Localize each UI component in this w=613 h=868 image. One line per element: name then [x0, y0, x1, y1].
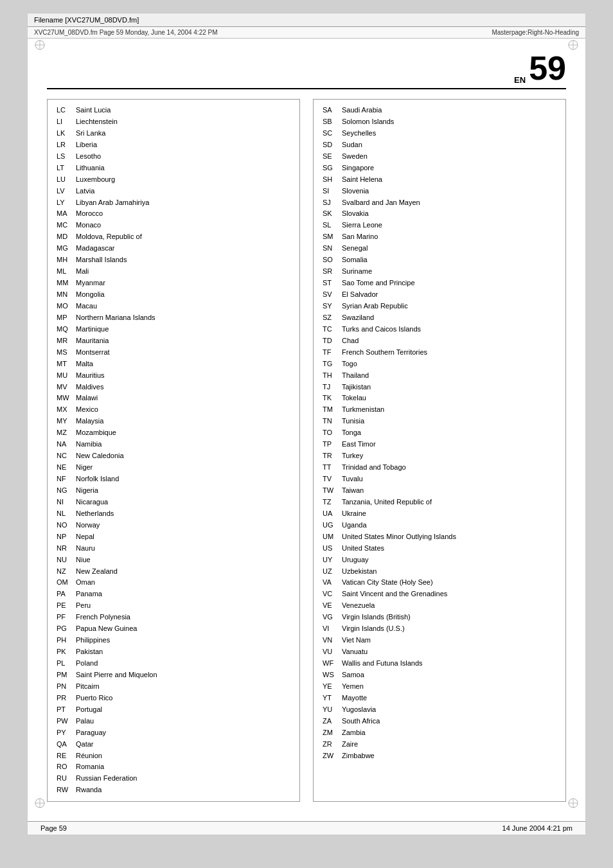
country-name: Nigeria: [73, 485, 293, 497]
country-code: SR: [320, 266, 339, 278]
country-code: SL: [320, 220, 339, 231]
country-name: Peru: [73, 600, 293, 612]
country-name: Saint Lucia: [73, 105, 293, 116]
country-name: Syrian Arab Republic: [339, 301, 559, 312]
country-name: Pakistan: [73, 646, 293, 658]
table-row: MXMexico: [54, 404, 293, 416]
country-name: Poland: [73, 658, 293, 669]
country-name: Mozambique: [73, 427, 293, 439]
country-code: TW: [320, 485, 339, 497]
country-name: Mauritania: [73, 335, 293, 347]
table-row: RWRwanda: [54, 784, 293, 796]
country-code: VU: [320, 646, 339, 658]
country-name: Malta: [73, 359, 293, 370]
table-row: VEVenezuela: [320, 600, 559, 612]
country-name: Latvia: [73, 186, 293, 197]
table-row: YTMayotte: [320, 693, 559, 704]
corner-mark-tl: [34, 39, 46, 51]
table-row: UMUnited States Minor Outlying Islands: [320, 531, 559, 543]
country-name: Uganda: [339, 520, 559, 531]
table-row: MVMaldives: [54, 382, 293, 393]
table-row: VIVirgin Islands (U.S.): [320, 623, 559, 635]
country-code: TV: [320, 474, 339, 485]
table-row: UZUzbekistan: [320, 566, 559, 578]
country-name: Yugoslavia: [339, 704, 559, 716]
country-name: Namibia: [73, 439, 293, 450]
country-name: New Caledonia: [73, 450, 293, 462]
country-name: Macau: [73, 301, 293, 312]
country-name: Montserrat: [73, 347, 293, 359]
country-code: TG: [320, 359, 339, 370]
country-code: LI: [54, 116, 73, 128]
table-row: TZTanzania, United Republic of: [320, 497, 559, 508]
country-name: Taiwan: [339, 485, 559, 497]
table-row: PEPeru: [54, 600, 293, 612]
table-row: PAPanama: [54, 589, 293, 600]
page-number-large: 59: [529, 51, 566, 85]
table-row: MUMauritius: [54, 370, 293, 382]
table-row: TKTokelau: [320, 393, 559, 404]
table-row: LVLatvia: [54, 186, 293, 197]
country-code: MS: [54, 347, 73, 359]
country-code: MC: [54, 220, 73, 231]
right-table-box: SASaudi ArabiaSBSolomon IslandsSCSeychel…: [313, 99, 566, 802]
page-header: EN 59: [47, 51, 566, 89]
country-name: Zambia: [339, 727, 559, 739]
country-code: UZ: [320, 566, 339, 578]
table-row: SDSudan: [320, 139, 559, 151]
country-name: Saint Helena: [339, 174, 559, 186]
top-bar: Filename [XVC27UM_08DVD.fm]: [28, 13, 585, 27]
table-row: NPNepal: [54, 531, 293, 543]
country-code: UY: [320, 554, 339, 566]
country-code: MV: [54, 382, 73, 393]
country-code: RU: [54, 773, 73, 784]
country-name: El Salvador: [339, 289, 559, 301]
country-name: Philippines: [73, 635, 293, 646]
country-code: UM: [320, 531, 339, 543]
table-row: VUVanuatu: [320, 646, 559, 658]
table-row: MZMozambique: [54, 427, 293, 439]
country-name: Niger: [73, 462, 293, 474]
table-row: PTPortugal: [54, 704, 293, 716]
table-row: TTTrinidad and Tobago: [320, 462, 559, 474]
table-row: MOMacau: [54, 301, 293, 312]
country-code: VC: [320, 589, 339, 600]
country-name: Turkmenistan: [339, 404, 559, 416]
table-row: YUYugoslavia: [320, 704, 559, 716]
country-name: Mongolia: [73, 289, 293, 301]
country-name: Myanmar: [73, 278, 293, 289]
country-code: PK: [54, 646, 73, 658]
table-row: NONorway: [54, 520, 293, 531]
table-row: SASaudi Arabia: [320, 105, 559, 116]
country-code: WF: [320, 658, 339, 669]
country-code: TT: [320, 462, 339, 474]
country-name: Somalia: [339, 254, 559, 266]
table-row: TFFrench Southern Territories: [320, 347, 559, 359]
country-name: Nicaragua: [73, 497, 293, 508]
page: Filename [XVC27UM_08DVD.fm] XVC27UM_08DV…: [27, 13, 586, 835]
country-name: Panama: [73, 589, 293, 600]
country-code: MR: [54, 335, 73, 347]
table-row: UYUruguay: [320, 554, 559, 566]
country-code: MW: [54, 393, 73, 404]
country-name: Norfolk Island: [73, 474, 293, 485]
table-row: LYLibyan Arab Jamahiriya: [54, 197, 293, 209]
country-name: United States Minor Outlying Islands: [339, 531, 559, 543]
country-code: VG: [320, 612, 339, 623]
country-name: Marshall Islands: [73, 254, 293, 266]
country-name: Sudan: [339, 139, 559, 151]
country-name: Malaysia: [73, 416, 293, 427]
country-name: Virgin Islands (U.S.): [339, 623, 559, 635]
country-code: TD: [320, 335, 339, 347]
table-row: NZNew Zealand: [54, 566, 293, 578]
table-row: MRMauritania: [54, 335, 293, 347]
country-name: Tokelau: [339, 393, 559, 404]
country-name: Saudi Arabia: [339, 105, 559, 116]
country-name: Venezuela: [339, 600, 559, 612]
table-row: TRTurkey: [320, 450, 559, 462]
table-row: PFFrench Polynesia: [54, 612, 293, 623]
table-row: ZWZimbabwe: [320, 750, 559, 762]
table-row: MGMadagascar: [54, 243, 293, 254]
country-name: Liberia: [73, 139, 293, 151]
country-code: TN: [320, 416, 339, 427]
